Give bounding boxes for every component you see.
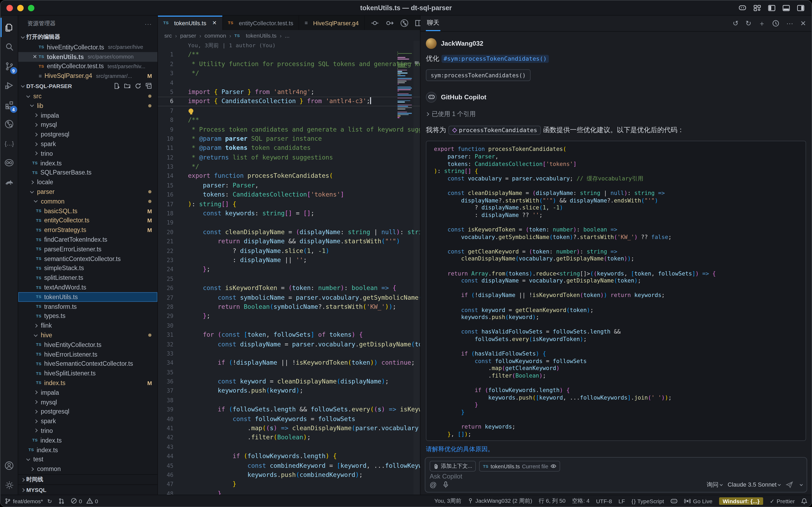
line-number[interactable]: 40 xyxy=(158,414,181,424)
zoom-window-button[interactable] xyxy=(28,5,35,11)
line-number[interactable]: 39 xyxy=(158,405,181,414)
indentation-status[interactable]: 空格: 4 xyxy=(572,497,589,505)
activity-search[interactable] xyxy=(0,37,18,56)
current-file-chip[interactable]: TS tokenUtils.ts Current file xyxy=(479,461,560,471)
author-status[interactable]: JackWang032 (2 周前) xyxy=(468,497,532,505)
code-line-13[interactable]: 13 */ xyxy=(158,162,420,172)
code-line-47[interactable]: 47 } xyxy=(158,480,420,489)
code-line-39[interactable]: 39 if (followSets.length && followSets.e… xyxy=(158,405,420,414)
code-line-4[interactable]: 4 xyxy=(158,78,420,88)
prettier-status[interactable]: ✓Prettier xyxy=(770,498,795,504)
line-number[interactable]: 10 xyxy=(158,134,181,144)
git-branch-status[interactable]: feat/demos* ↻ xyxy=(5,498,52,504)
cursor-position-status[interactable]: 行 6, 列 50 xyxy=(539,497,566,505)
code-line-45[interactable]: 45 const combinedKeyword = [keyword, ...… xyxy=(158,461,420,470)
project-section-header[interactable]: DT-SQL-PARSER xyxy=(18,80,157,91)
tree-item-basicSQL.ts[interactable]: TSbasicSQL.tsM xyxy=(18,206,157,216)
line-number[interactable]: 24 xyxy=(158,265,181,274)
activity-run-debug[interactable] xyxy=(0,76,18,95)
line-number[interactable]: 33 xyxy=(158,349,181,358)
code-line-20[interactable]: 20 const cleanDisplayName = (displayName… xyxy=(158,228,420,237)
activity-kangaroo[interactable] xyxy=(0,172,18,192)
line-number[interactable]: 27 xyxy=(158,293,181,302)
chat-input-box[interactable]: 添加上下文... TS tokenUtils.ts Current file A… xyxy=(425,457,807,493)
tree-item-index.ts[interactable]: TSindex.ts xyxy=(18,158,157,168)
code-line-30[interactable]: 30 xyxy=(158,321,420,330)
open-editor-HiveSqlParser.g4[interactable]: ≡HiveSqlParser.g4src/grammar/...M xyxy=(18,71,157,81)
references-toggle[interactable]: 已使用 1 个引用 xyxy=(426,110,806,118)
activity-gitlens[interactable] xyxy=(0,114,18,134)
code-line-34[interactable]: 34 if (!displayName || !isKeywordToken(t… xyxy=(158,358,420,368)
copilot-icon[interactable] xyxy=(739,4,747,11)
line-number[interactable]: 22 xyxy=(158,246,181,256)
line-number[interactable]: 32 xyxy=(158,340,181,349)
line-number[interactable]: 20 xyxy=(158,228,181,237)
tree-item-index.ts[interactable]: TSindex.ts xyxy=(18,436,157,445)
send-options-chevron[interactable] xyxy=(800,483,803,486)
code-line-25[interactable]: 25 xyxy=(158,274,420,284)
chat-history-icon[interactable] xyxy=(772,20,779,27)
activity-source-control[interactable]: 9 xyxy=(0,56,18,76)
pull-request-status[interactable] xyxy=(59,498,64,504)
open-changes-icon[interactable] xyxy=(385,19,394,26)
line-number[interactable]: 41 xyxy=(158,424,181,433)
tree-item-transform.ts[interactable]: TStransform.ts xyxy=(18,301,157,311)
tree-item-mysql[interactable]: mysql xyxy=(18,397,157,407)
tree-item-types.ts[interactable]: TStypes.ts xyxy=(18,311,157,321)
tree-item-index.ts[interactable]: TSindex.ts xyxy=(18,445,157,455)
go-live-status[interactable]: Go Live xyxy=(685,498,712,504)
lightbulb-icon[interactable] xyxy=(188,108,193,113)
line-number[interactable]: 26 xyxy=(158,284,181,293)
eol-status[interactable]: LF xyxy=(619,498,625,504)
tree-item-hive[interactable]: hive xyxy=(18,330,157,340)
encoding-status[interactable]: UTF-8 xyxy=(596,498,612,504)
code-line-26[interactable]: 26 const isKeywordToken = (token: number… xyxy=(158,284,420,293)
code-line-9[interactable]: 9 * Process token candidates and generat… xyxy=(158,125,420,134)
code-line-40[interactable]: 40 const followKeywords = followSets xyxy=(158,414,420,424)
redo-icon[interactable]: ↻ xyxy=(745,19,751,27)
tree-item-entityCollector.ts[interactable]: TSentityCollector.tsM xyxy=(18,216,157,225)
line-number[interactable]: 34 xyxy=(158,358,181,368)
tree-item-parseErrorListener.ts[interactable]: TSparseErrorListener.ts xyxy=(18,244,157,254)
tree-item-test[interactable]: test xyxy=(18,455,157,464)
tree-item-splitListener.ts[interactable]: TSsplitListener.ts xyxy=(18,273,157,283)
line-number[interactable]: 21 xyxy=(158,237,181,246)
code-line-16[interactable]: 16 tokens: CandidatesCollection['tokens'… xyxy=(158,190,420,200)
editor-scrollbar[interactable] xyxy=(413,41,420,495)
tree-item-hiveSplitListener.ts[interactable]: TShiveSplitListener.ts xyxy=(18,369,157,378)
tab-entitycollector-test[interactable]: TS entityCollector.test.ts xyxy=(223,15,299,30)
line-number[interactable]: 38 xyxy=(158,396,181,405)
function-chip[interactable]: processTokenCandidates xyxy=(448,126,541,135)
line-number[interactable]: 48 xyxy=(158,489,181,495)
tree-item-trino[interactable]: trino xyxy=(18,149,157,158)
code-line-15[interactable]: 15 parser: Parser, xyxy=(158,181,420,190)
breadcrumb-common[interactable]: common xyxy=(205,32,226,39)
toggle-primary-sidebar-icon[interactable] xyxy=(768,5,775,11)
chat-mode-picker[interactable]: 询问 xyxy=(707,481,722,489)
toggle-panel-icon[interactable] xyxy=(782,5,790,11)
line-number[interactable]: 19 xyxy=(158,218,181,228)
collapse-all-icon[interactable] xyxy=(146,83,152,89)
open-editor-tokenUtils.ts[interactable]: ✕TStokenUtils.tssrc/parser/common xyxy=(18,52,157,62)
tree-item-findCaretTokenIndex.ts[interactable]: TSfindCaretTokenIndex.ts xyxy=(18,235,157,244)
tree-item-common[interactable]: common xyxy=(18,464,157,474)
open-editor-entityCollector.test.ts[interactable]: TSentityCollector.test.tstest/parser/hiv… xyxy=(18,61,157,71)
tree-item-errorStrategy.ts[interactable]: TSerrorStrategy.tsM xyxy=(18,225,157,235)
code-line-7[interactable]: 7 xyxy=(158,106,420,115)
tree-item-spark[interactable]: spark xyxy=(18,416,157,426)
line-number[interactable]: 42 xyxy=(158,433,181,443)
customize-layout-icon[interactable] xyxy=(753,5,761,11)
code-line-18[interactable]: 18 const keywords: string[] = []; xyxy=(158,209,420,218)
tree-item-SQLParserBase.ts[interactable]: TSSQLParserBase.ts xyxy=(18,168,157,177)
tree-item-hiveSemanticContextCollector.ts[interactable]: TShiveSemanticContextCollector.ts xyxy=(18,359,157,369)
code-line-41[interactable]: 41 .map((s) => cleanDisplayName(parser.v… xyxy=(158,424,420,433)
minimap[interactable] xyxy=(397,41,413,118)
code-line-31[interactable]: 31 for (const [token, followSets] of tok… xyxy=(158,330,420,340)
mysql-section-header[interactable]: MYSQL xyxy=(18,485,157,495)
code-line-46[interactable]: 46 keywords.push(combinedKeyword); xyxy=(158,470,420,480)
code-line-32[interactable]: 32 const displayName = parser.vocabulary… xyxy=(158,340,420,349)
code-line-12[interactable]: 12 * @returns list of keyword suggestion… xyxy=(158,153,420,162)
line-number[interactable]: 46 xyxy=(158,470,181,480)
code-line-38[interactable]: 38 xyxy=(158,396,420,405)
breadcrumb-more[interactable]: ... xyxy=(285,32,290,39)
